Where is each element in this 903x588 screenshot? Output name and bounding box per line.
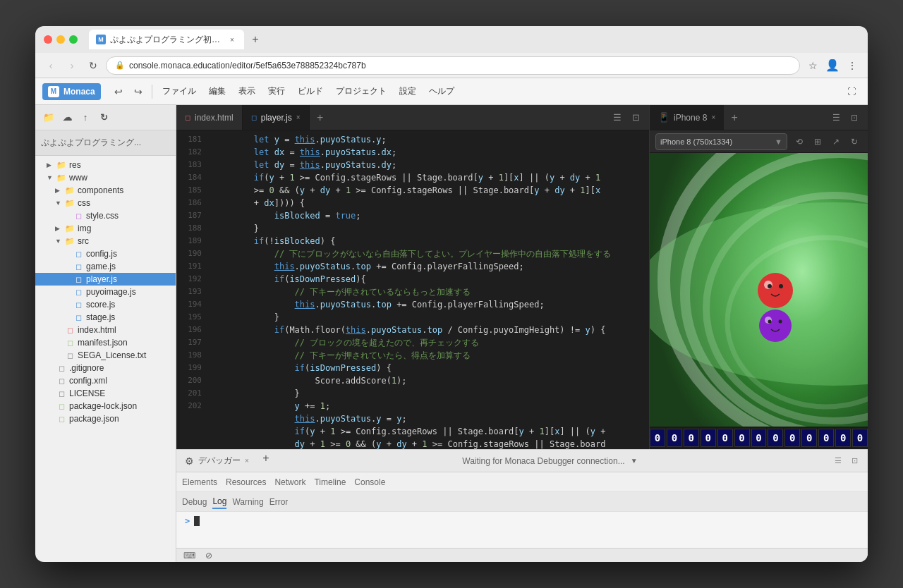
preview-tab-close[interactable]: ×	[711, 114, 715, 121]
folder-icon-res: 📁	[56, 161, 66, 170]
status-stop-icon[interactable]: ⊘	[202, 549, 216, 563]
build-menu[interactable]: ビルド	[292, 83, 329, 99]
sidebar-item-package-json[interactable]: ▶ ◻ package.json	[35, 412, 176, 425]
debugger-split-icon[interactable]: ⊡	[848, 454, 862, 468]
debugger-close[interactable]: ×	[245, 457, 249, 465]
sidebar-item-components[interactable]: ▶ 📁 components	[35, 184, 176, 197]
logtab-debug[interactable]: Debug	[182, 496, 207, 508]
sidebar-item-img[interactable]: ▶ 📁 img	[35, 222, 176, 235]
sidebar-refresh-icon[interactable]: ↻	[96, 110, 111, 125]
rotate-icon[interactable]: ⟲	[792, 134, 807, 149]
file-label-img: img	[78, 223, 91, 233]
subtab-elements[interactable]: Elements	[182, 476, 217, 489]
code-editor[interactable]: 181 182 183 184 185 186 187 188 189 190	[176, 130, 649, 449]
preview-tab-iphone8[interactable]: 📱 iPhone 8 ×	[650, 105, 724, 130]
sidebar-title-bar: ぷよぷよプログラミング...	[35, 130, 176, 156]
file-label-package-lock-json: package-lock.json	[69, 401, 137, 411]
editor-list-icon[interactable]: ☰	[610, 110, 625, 125]
debugger-dropdown-icon[interactable]: ▼	[631, 457, 638, 465]
code-line-189: this.puyoStatus.top += Config.playerFall…	[207, 260, 649, 273]
line-num-189: 189	[176, 235, 207, 247]
menu-icon[interactable]: ⋮	[844, 57, 861, 74]
minimize-button[interactable]	[56, 35, 65, 44]
subtab-network[interactable]: Network	[274, 476, 305, 489]
sidebar-item-www[interactable]: ▼ 📁 www	[35, 171, 176, 184]
file-label-config-xml: config.xml	[69, 376, 107, 386]
sidebar-item-gitignore[interactable]: ▶ ◻ .gitignore	[35, 362, 176, 374]
tab-close-button[interactable]: ×	[227, 35, 237, 44]
back-button[interactable]: ‹	[42, 57, 59, 74]
close-button[interactable]	[44, 35, 52, 44]
sidebar-item-package-lock-json[interactable]: ▶ ◻ package-lock.json	[35, 400, 176, 412]
sidebar-item-manifest-json[interactable]: ▶ ◻ manifest.json	[35, 336, 176, 349]
editor-split-icon[interactable]: ⊡	[628, 110, 643, 125]
sidebar-cloud-icon[interactable]: ↑	[78, 110, 93, 125]
tab-player-js[interactable]: ◻ player.js ×	[243, 105, 310, 130]
sidebar-item-license[interactable]: ▶ ◻ LICENSE	[35, 387, 176, 400]
forward-button[interactable]: ›	[63, 57, 80, 74]
external-link-icon[interactable]: ↗	[828, 134, 844, 149]
file-label-score-js: score.js	[86, 300, 115, 310]
preview-list-icon[interactable]: ☰	[828, 110, 844, 125]
preview-reload-icon[interactable]: ↻	[847, 134, 862, 149]
bookmark-icon[interactable]: ☆	[804, 57, 821, 74]
view-menu[interactable]: 表示	[233, 83, 261, 99]
sidebar-item-css[interactable]: ▼ 📁 css	[35, 197, 176, 209]
maximize-button[interactable]	[69, 35, 78, 44]
profile-icon[interactable]: 👤	[824, 57, 841, 74]
undo-button[interactable]: ↩	[109, 82, 128, 101]
line-num-186: 186	[176, 197, 207, 209]
fullscreen-button[interactable]: ⛶	[842, 82, 861, 101]
folder-arrow-css: ▼	[55, 200, 62, 207]
sidebar-files-icon[interactable]: 📁	[41, 110, 56, 125]
subtab-console[interactable]: Console	[354, 476, 385, 489]
reload-button[interactable]: ↻	[85, 57, 102, 74]
preview-split-icon[interactable]: ⊡	[847, 110, 862, 125]
sidebar-item-score-js[interactable]: ▶ ◻ score.js	[35, 298, 176, 311]
subtab-resources[interactable]: Resources	[226, 476, 266, 489]
sidebar-item-src[interactable]: ▼ 📁 src	[35, 235, 176, 247]
status-terminal-icon[interactable]: ⌨	[182, 549, 196, 563]
debugger-list-icon[interactable]: ☰	[831, 454, 845, 468]
logtab-warning[interactable]: Warning	[232, 496, 263, 508]
new-tab-button[interactable]: +	[247, 31, 264, 48]
debugger-tab-label[interactable]: ⚙ デバッガー ×	[176, 450, 257, 472]
sidebar-item-game-js[interactable]: ▶ ◻ game.js	[35, 260, 176, 273]
sidebar-item-config-xml[interactable]: ▶ ◻ config.xml	[35, 374, 176, 387]
sidebar-upload-icon[interactable]: ☁	[59, 110, 75, 125]
subtab-timeline[interactable]: Timeline	[314, 476, 346, 489]
file-menu[interactable]: ファイル	[157, 83, 202, 99]
logtab-error[interactable]: Error	[269, 496, 289, 508]
redo-button[interactable]: ↪	[129, 82, 147, 101]
sidebar-item-puyoimage-js[interactable]: ▶ ◻ puyoimage.js	[35, 286, 176, 298]
help-menu[interactable]: ヘルプ	[423, 83, 460, 99]
preview-tab-add-button[interactable]: +	[724, 105, 745, 130]
logtab-log[interactable]: Log	[212, 495, 226, 509]
debug-sub-tabs: Elements Resources Network Timeline Cons…	[176, 472, 868, 492]
settings-menu[interactable]: 設定	[394, 83, 422, 99]
run-menu[interactable]: 実行	[262, 83, 291, 99]
sidebar-item-sega-license[interactable]: ▶ ◻ SEGA_License.txt	[35, 349, 176, 362]
folder-arrow-img: ▶	[55, 225, 62, 232]
device-dropdown[interactable]: iPhone 8 (750x1334) ▼	[655, 133, 787, 150]
tab-favicon: M	[96, 35, 106, 44]
sidebar-item-config-js[interactable]: ▶ ◻ config.js	[35, 247, 176, 260]
tab-close-player-js[interactable]: ×	[296, 114, 301, 121]
editor-tab-add-button[interactable]: +	[310, 105, 331, 130]
line-num-182: 182	[176, 146, 207, 159]
sidebar-item-player-js[interactable]: ▶ ◻ player.js	[35, 273, 176, 286]
project-menu[interactable]: プロジェクト	[330, 83, 392, 99]
tab-index-html[interactable]: ◻ index.html	[176, 105, 243, 130]
sidebar-item-stage-js[interactable]: ▶ ◻ stage.js	[35, 311, 176, 324]
editor-area: ◻ index.html ◻ player.js × + ☰ ⊡	[176, 105, 868, 562]
debugger-add-button[interactable]: +	[257, 450, 274, 467]
browser-tab[interactable]: M ぷよぷよプログラミング初級 — M ×	[89, 30, 244, 49]
sidebar-item-style-css[interactable]: ▶ ◻ style.css	[35, 209, 176, 222]
sidebar-item-index-html[interactable]: ▶ ◻ index.html	[35, 324, 176, 336]
address-bar[interactable]: 🔒 console.monaca.education/editor/5ef5a6…	[106, 56, 800, 75]
screenshot-icon[interactable]: ⊞	[810, 134, 825, 149]
edit-menu[interactable]: 編集	[203, 83, 231, 99]
sidebar-item-res[interactable]: ▶ 📁 res	[35, 159, 176, 171]
line-numbers: 181 182 183 184 185 186 187 188 189 190	[176, 130, 207, 449]
monaca-logo-icon: M	[48, 86, 59, 97]
